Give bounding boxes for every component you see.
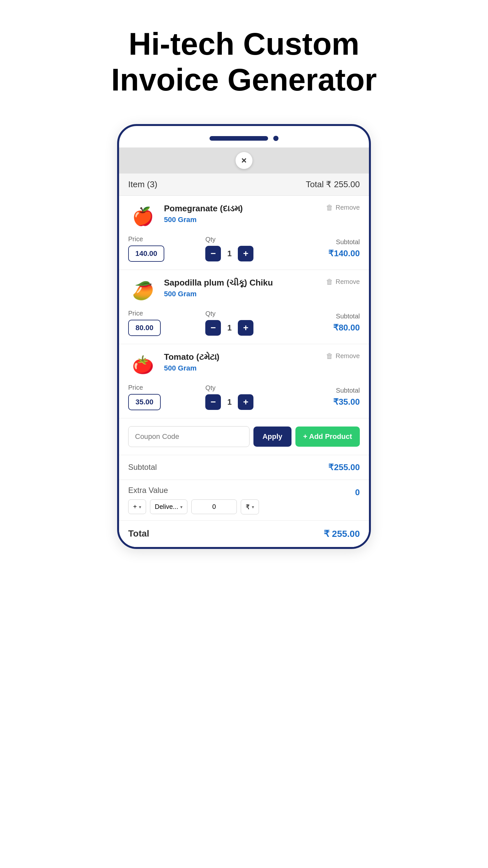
- qty-value-sapodilla: 1: [221, 323, 238, 333]
- chevron-down-icon-2: ▾: [180, 504, 183, 509]
- total-row: Total ₹ 255.00: [119, 521, 369, 547]
- subtotal-section-sapodilla: Subtotal ₹80.00: [283, 313, 360, 333]
- item-image-tomato: 🍅: [128, 352, 158, 378]
- subtotal-value-pomegranate: ₹140.00: [283, 248, 360, 258]
- qty-label-2: Qty: [205, 310, 282, 317]
- extra-currency-label: ₹: [246, 503, 250, 511]
- phone-frame: × Item (3) Total ₹ 255.00 🍎 Pomegranate …: [117, 124, 371, 549]
- price-label-3: Price: [128, 384, 205, 391]
- remove-tomato-button[interactable]: 🗑 Remove: [326, 352, 360, 361]
- subtotal-value-sapodilla: ₹80.00: [283, 323, 360, 333]
- qty-increase-pomegranate[interactable]: +: [238, 246, 254, 261]
- chevron-down-icon-3: ▾: [252, 504, 254, 509]
- page-title: Hi-tech Custom Invoice Generator: [111, 26, 377, 98]
- price-label-2: Price: [128, 310, 205, 317]
- qty-section-tomato: Qty − 1 +: [205, 384, 282, 410]
- item-unit-sapodilla: 500 Gram: [164, 290, 320, 298]
- item-name-tomato: Tomato (ટમેટા): [164, 352, 320, 362]
- item-count: Item (3): [128, 179, 158, 189]
- remove-sapodilla-button[interactable]: 🗑 Remove: [326, 278, 360, 286]
- apply-button[interactable]: Apply: [254, 427, 292, 447]
- qty-value-tomato: 1: [221, 398, 238, 407]
- subtotal-section-tomato: Subtotal ₹35.00: [283, 387, 360, 407]
- coupon-row: Apply + Add Product: [119, 418, 369, 455]
- price-value-tomato: 35.00: [128, 394, 161, 410]
- subtotal-value-tomato: ₹35.00: [283, 397, 360, 407]
- extra-amount-input[interactable]: [191, 499, 237, 514]
- qty-label-3: Qty: [205, 384, 282, 392]
- subtotal-label: Subtotal: [283, 238, 360, 246]
- extra-plus-label: +: [133, 503, 137, 510]
- total-value: ₹ 255.00: [324, 528, 360, 539]
- qty-increase-sapodilla[interactable]: +: [238, 320, 254, 336]
- cart-item-sapodilla: 🥭 Sapodilla plum (ચીકૂ) Chiku 500 Gram 🗑…: [119, 270, 369, 344]
- price-section-sapodilla: Price 80.00: [128, 310, 205, 336]
- remove-label-3: Remove: [336, 352, 360, 360]
- item-unit-tomato: 500 Gram: [164, 364, 320, 372]
- subtotal-row: Subtotal ₹255.00: [119, 455, 369, 480]
- subtotal-summary-value: ₹255.00: [328, 462, 360, 472]
- item-unit-pomegranate: 500 Gram: [164, 216, 320, 224]
- cart-item-pomegranate: 🍎 Pomegranate (દાડમ) 500 Gram 🗑 Remove P…: [119, 196, 369, 270]
- price-section-pomegranate: Price 140.00: [128, 236, 205, 262]
- qty-section-sapodilla: Qty − 1 +: [205, 310, 282, 336]
- extra-plus-select[interactable]: + ▾: [128, 499, 146, 514]
- item-name-pomegranate: Pomegranate (દાડમ): [164, 204, 320, 214]
- item-info-sapodilla: Sapodilla plum (ચીકૂ) Chiku 500 Gram: [164, 278, 320, 298]
- extra-currency-select[interactable]: ₹ ▾: [241, 499, 259, 515]
- chevron-down-icon: ▾: [139, 504, 141, 509]
- item-info-pomegranate: Pomegranate (દાડમ) 500 Gram: [164, 204, 320, 224]
- remove-label: Remove: [336, 204, 360, 211]
- add-product-button[interactable]: + Add Product: [295, 427, 360, 447]
- subtotal-label-3: Subtotal: [283, 387, 360, 394]
- item-image-pomegranate: 🍎: [128, 204, 158, 229]
- qty-increase-tomato[interactable]: +: [238, 394, 254, 410]
- price-label: Price: [128, 236, 205, 243]
- qty-section-pomegranate: Qty − 1 +: [205, 236, 282, 261]
- phone-dot: [273, 136, 279, 141]
- trash-icon-3: 🗑: [326, 352, 333, 361]
- coupon-input[interactable]: [128, 426, 250, 447]
- extra-value-amount: 0: [355, 487, 360, 497]
- extra-delivery-select[interactable]: Delive... ▾: [150, 499, 187, 514]
- trash-icon-2: 🗑: [326, 278, 333, 286]
- price-value-pomegranate: 140.00: [128, 246, 164, 262]
- price-section-tomato: Price 35.00: [128, 384, 205, 410]
- price-value-sapodilla: 80.00: [128, 320, 161, 336]
- total-label: Total: [128, 528, 149, 539]
- subtotal-summary-label: Subtotal: [128, 463, 157, 472]
- remove-label-2: Remove: [336, 278, 360, 285]
- qty-label: Qty: [205, 236, 282, 243]
- close-button[interactable]: ×: [235, 152, 253, 169]
- qty-decrease-sapodilla[interactable]: −: [205, 320, 221, 336]
- item-info-tomato: Tomato (ટમેટા) 500 Gram: [164, 352, 320, 372]
- phone-top-bar: [119, 136, 369, 141]
- cart-bar: Item (3) Total ₹ 255.00: [119, 174, 369, 196]
- app-header: ×: [119, 148, 369, 174]
- subtotal-section-pomegranate: Subtotal ₹140.00: [283, 238, 360, 258]
- item-image-sapodilla: 🥭: [128, 278, 158, 304]
- item-name-sapodilla: Sapodilla plum (ચીકૂ) Chiku: [164, 278, 320, 288]
- extra-value-label: Extra Value: [128, 486, 168, 495]
- trash-icon: 🗑: [326, 204, 333, 212]
- qty-value-pomegranate: 1: [221, 249, 238, 258]
- extra-delivery-label: Delive...: [155, 503, 178, 510]
- extra-value-row: Extra Value 0 + ▾ Delive... ▾ ₹ ▾: [119, 480, 369, 521]
- qty-decrease-pomegranate[interactable]: −: [205, 246, 221, 261]
- cart-item-tomato: 🍅 Tomato (ટમેટા) 500 Gram 🗑 Remove Price…: [119, 344, 369, 418]
- cart-total-header: Total ₹ 255.00: [306, 179, 360, 189]
- phone-pill: [209, 136, 268, 141]
- subtotal-label-2: Subtotal: [283, 313, 360, 320]
- remove-pomegranate-button[interactable]: 🗑 Remove: [326, 204, 360, 212]
- qty-decrease-tomato[interactable]: −: [205, 394, 221, 410]
- cart-content: 🍎 Pomegranate (દાડમ) 500 Gram 🗑 Remove P…: [119, 196, 369, 547]
